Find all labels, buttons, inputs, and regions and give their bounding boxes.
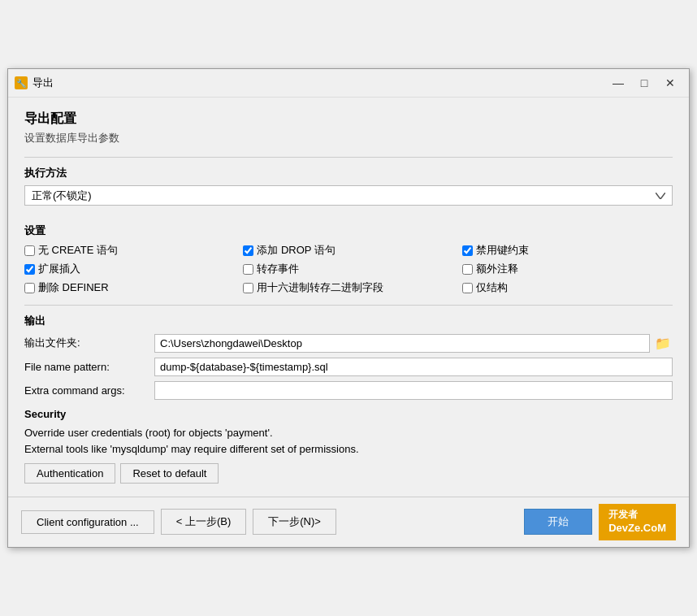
extra-args-label: Extra command args: (24, 384, 154, 397)
security-section: Security Override user credentials (root… (24, 408, 673, 484)
checkbox-dump-events[interactable]: 转存事件 (243, 262, 453, 276)
window-controls: — □ ✕ (606, 74, 682, 92)
page-subtitle: 设置数据库导出参数 (24, 131, 673, 145)
checkbox-no-create-input[interactable] (24, 245, 35, 256)
checkbox-hex-binary-input[interactable] (243, 283, 253, 293)
filename-label: File name pattern: (24, 361, 154, 373)
settings-label: 设置 (24, 223, 673, 238)
folder-input[interactable] (154, 334, 650, 353)
checkbox-extra-comment[interactable]: 额外注释 (462, 262, 673, 276)
export-window: 🔧 导出 — □ ✕ 导出配置 设置数据库导出参数 执行方法 正常(不锁定) 设… (7, 68, 690, 547)
window-title: 导出 (32, 76, 606, 90)
security-buttons: Authentication Reset to default (24, 463, 673, 484)
title-bar: 🔧 导出 — □ ✕ (8, 69, 689, 98)
checkbox-only-structure-input[interactable] (462, 283, 473, 293)
minimize-button[interactable]: — (606, 74, 630, 92)
execution-label: 执行方法 (24, 166, 673, 180)
folder-browse-button[interactable]: 📁 (653, 333, 673, 353)
settings-divider (24, 305, 673, 306)
settings-checkboxes: 无 CREATE 语句 添加 DROP 语句 禁用键约束 扩展插入 转存事件 (24, 243, 673, 295)
header-divider (24, 157, 673, 158)
watermark: 开发者 DevZe.CoM (599, 504, 676, 540)
extra-args-row: Extra command args: (24, 381, 673, 400)
output-section: 输出文件夹: 📁 File name pattern: Extra comman… (24, 333, 673, 400)
checkbox-disable-fk-input[interactable] (462, 245, 473, 256)
client-config-button[interactable]: Client configuration ... (21, 510, 154, 534)
checkbox-only-structure[interactable]: 仅结构 (462, 280, 673, 295)
extra-args-input-wrap (154, 381, 673, 400)
next-button[interactable]: 下一步(N)> (253, 509, 336, 535)
security-label: Security (24, 408, 673, 420)
checkbox-delete-definer-input[interactable] (24, 283, 35, 293)
checkbox-ext-insert-input[interactable] (24, 264, 35, 275)
filename-input-wrap (154, 358, 673, 376)
checkbox-delete-definer[interactable]: 删除 DEFINER (24, 280, 235, 295)
checkbox-no-create[interactable]: 无 CREATE 语句 (24, 243, 235, 258)
main-content: 导出配置 设置数据库导出参数 执行方法 正常(不锁定) 设置 无 CREATE … (8, 98, 689, 497)
checkbox-add-drop-input[interactable] (243, 245, 253, 256)
filename-row: File name pattern: (24, 358, 673, 376)
checkbox-dump-events-input[interactable] (243, 264, 253, 275)
checkbox-ext-insert[interactable]: 扩展插入 (24, 262, 235, 276)
checkbox-hex-binary[interactable]: 用十六进制转存二进制字段 (243, 280, 453, 295)
checkbox-disable-fk[interactable]: 禁用键约束 (462, 243, 673, 258)
checkbox-add-drop[interactable]: 添加 DROP 语句 (243, 243, 453, 258)
close-button[interactable]: ✕ (658, 74, 682, 92)
execution-method-select[interactable]: 正常(不锁定) (24, 185, 673, 206)
maximize-button[interactable]: □ (632, 74, 656, 92)
reset-to-default-button[interactable]: Reset to default (120, 463, 219, 484)
output-label: 输出 (24, 314, 673, 328)
filename-input[interactable] (154, 358, 673, 376)
prev-button[interactable]: < 上一步(B) (161, 509, 247, 535)
folder-label: 输出文件夹: (24, 336, 154, 350)
extra-args-input[interactable] (154, 381, 673, 400)
start-button[interactable]: 开始 (524, 509, 592, 535)
window-icon: 🔧 (15, 76, 28, 89)
authentication-button[interactable]: Authentication (24, 463, 115, 484)
page-title: 导出配置 (24, 111, 673, 128)
bottom-bar: Client configuration ... < 上一步(B) 下一步(N)… (8, 497, 689, 546)
checkbox-extra-comment-input[interactable] (462, 264, 473, 275)
folder-row: 输出文件夹: 📁 (24, 333, 673, 353)
security-text: Override user credentials (root) for obj… (24, 425, 673, 457)
folder-input-wrap: 📁 (154, 333, 673, 353)
